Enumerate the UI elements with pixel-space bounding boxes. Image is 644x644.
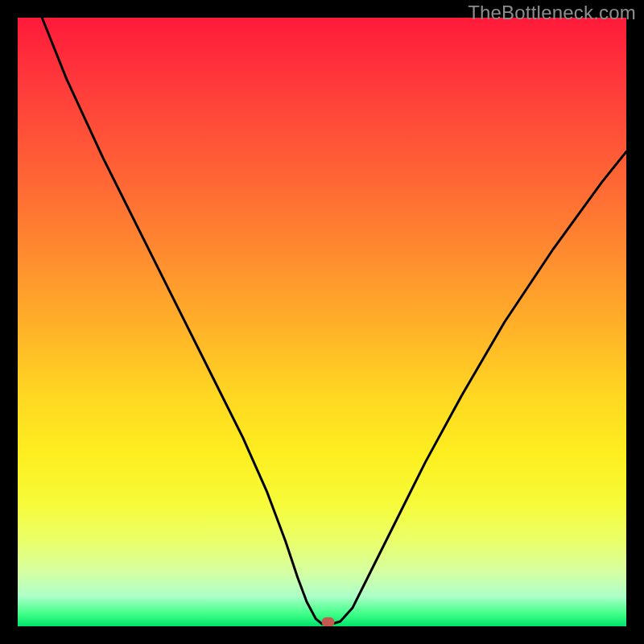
bottleneck-chart	[18, 18, 626, 626]
plot-area	[18, 18, 626, 626]
watermark-text: TheBottleneck.com	[468, 2, 636, 24]
curve-bottleneck-curve	[42, 18, 626, 624]
chart-frame: TheBottleneck.com	[0, 0, 644, 644]
bottleneck-marker	[322, 617, 335, 626]
